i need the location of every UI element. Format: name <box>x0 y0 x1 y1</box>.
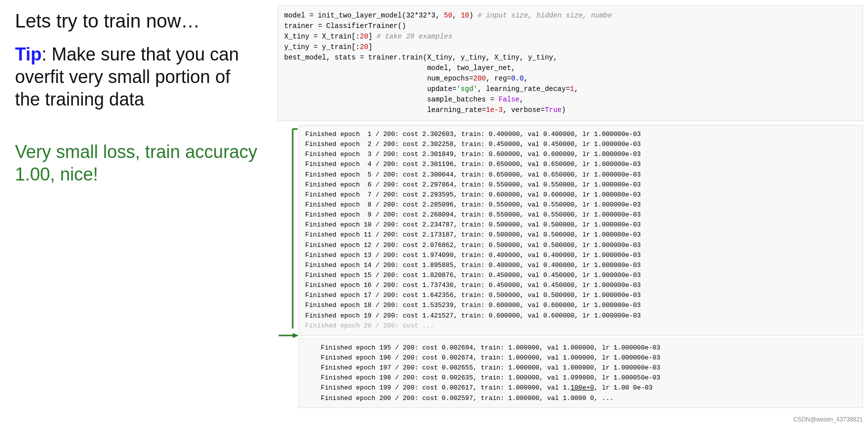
code-line4: y_tiny = y_train[:20] <box>284 43 372 51</box>
code-line7: num_epochs=200, reg=0.0, <box>284 74 528 82</box>
code-line9: sample_batches = False, <box>284 96 524 104</box>
output-bottom: Finished epoch 195 / 200: cost 0.002694,… <box>299 338 863 408</box>
svg-marker-4 <box>293 333 299 338</box>
code-block: model = init_two_layer_model(32*32*3, 50… <box>278 5 863 121</box>
bottom-text: Very small loss, train accuracy 1.00, ni… <box>15 140 258 186</box>
bracket-svg <box>278 125 299 408</box>
left-panel: Lets try to train now… Tip: Make sure th… <box>0 0 273 427</box>
bracket-area: Finished epoch 1 / 200: cost 2.302603, t… <box>278 125 863 408</box>
code-line10: learning_rate=1e-3, verbose=True) <box>284 106 566 114</box>
tip-text: Tip: Make sure that you can overfit very… <box>15 43 258 110</box>
watermark: CSDN@weixin_43739821 <box>791 415 865 424</box>
code-line1: model = init_two_layer_model(32*32*3, 50… <box>284 12 612 20</box>
title: Lets try to train now… <box>15 10 258 33</box>
code-line2: trainer = ClassifierTrainer() <box>284 22 406 30</box>
tip-bold-label: Tip <box>15 44 42 64</box>
code-line3: X_tiny = X_train[:20] # take 20 examples <box>284 32 452 40</box>
arrow-svg <box>278 332 299 362</box>
right-panel: model = init_two_layer_model(32*32*3, 50… <box>273 0 868 427</box>
output-top: Finished epoch 1 / 200: cost 2.302603, t… <box>299 125 863 336</box>
code-line8: update='sgd', learning_rate_decay=1, <box>284 85 578 93</box>
code-line6: model, two_layer_net, <box>284 64 515 72</box>
tip-colon-text: : Make sure that you can overfit very sm… <box>15 44 239 110</box>
code-line5: best_model, stats = trainer.train(X_tiny… <box>284 54 557 62</box>
